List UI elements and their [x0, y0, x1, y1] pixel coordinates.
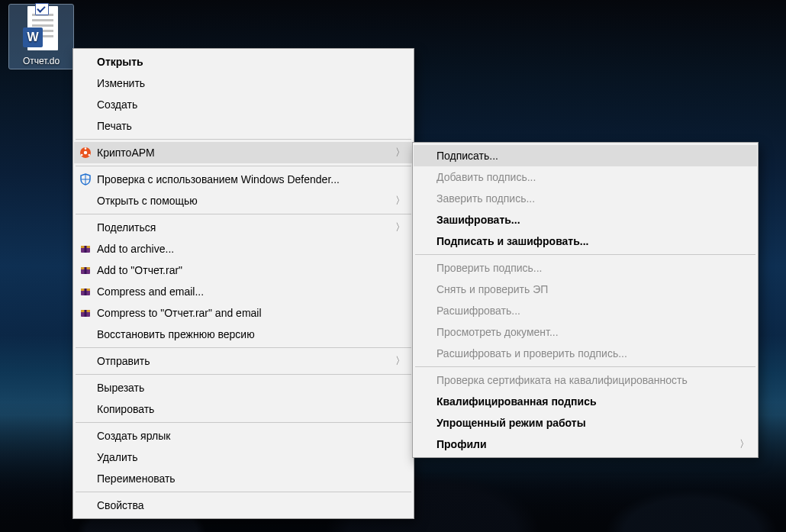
submenu-remove-verify[interactable]: Снять и проверить ЭП: [414, 279, 757, 300]
menu-print[interactable]: Печать: [74, 115, 413, 137]
submenu-view-doc[interactable]: Просмотреть документ...: [414, 321, 757, 343]
svg-point-1: [84, 151, 87, 154]
menu-cut-label: Вырезать: [97, 382, 396, 394]
chevron-right-icon: 〉: [395, 221, 405, 234]
word-document-icon: W: [23, 6, 60, 52]
menu-separator: [76, 166, 411, 166]
submenu-profiles[interactable]: Профили 〉: [414, 434, 757, 455]
submenu-decrypt[interactable]: Расшифровать...: [414, 300, 757, 321]
submenu-add-sign[interactable]: Добавить подпись...: [414, 166, 757, 188]
winrar-icon: [74, 264, 97, 276]
menu-create-shortcut-label: Создать ярлык: [97, 430, 396, 442]
menu-separator: [415, 254, 755, 255]
winrar-icon: [74, 307, 97, 319]
menu-open-with[interactable]: Открыть с помощью 〉: [74, 190, 413, 211]
submenu-qualified-sign[interactable]: Квалифицированная подпись: [414, 391, 757, 412]
menu-separator: [415, 366, 755, 367]
context-menu: Открыть Изменить Создать Печать КриптоАР…: [72, 48, 414, 519]
cryptoarm-submenu: Подписать... Добавить подпись... Заверит…: [412, 142, 759, 458]
menu-delete-label: Удалить: [97, 451, 396, 463]
menu-rename[interactable]: Переименовать: [74, 468, 413, 489]
submenu-sign[interactable]: Подписать...: [414, 145, 757, 166]
menu-add-archive-label: Add to archive...: [97, 243, 396, 255]
cryptoarm-icon: [74, 147, 97, 159]
menu-restore-prev-label: Восстановить прежнюю версию: [97, 328, 396, 340]
menu-copy[interactable]: Копировать: [74, 398, 413, 420]
menu-share-label: Поделиться: [97, 221, 396, 234]
svg-rect-16: [85, 310, 87, 317]
menu-edit-label: Изменить: [97, 77, 396, 89]
menu-edit[interactable]: Изменить: [74, 73, 413, 94]
submenu-sign-encrypt-label: Подписать и зашифровать...: [436, 235, 740, 247]
menu-compress-email[interactable]: Compress and email...: [74, 281, 413, 302]
menu-create[interactable]: Создать: [74, 94, 413, 115]
submenu-cert-check-label: Проверка сертификата на кавалифицированн…: [436, 374, 740, 386]
menu-add-rar[interactable]: Add to "Отчет.rar": [74, 260, 413, 281]
menu-open[interactable]: Открыть: [74, 51, 413, 73]
menu-delete[interactable]: Удалить: [74, 447, 413, 468]
menu-separator: [76, 422, 411, 423]
menu-share[interactable]: Поделиться 〉: [74, 217, 413, 238]
svg-point-4: [89, 154, 91, 156]
submenu-remove-verify-label: Снять и проверить ЭП: [436, 283, 740, 295]
menu-create-label: Создать: [97, 98, 396, 111]
submenu-verify-sign[interactable]: Проверить подпись...: [414, 257, 757, 279]
menu-create-shortcut[interactable]: Создать ярлык: [74, 425, 413, 447]
submenu-sign-encrypt[interactable]: Подписать и зашифровать...: [414, 231, 757, 252]
menu-properties-label: Свойства: [97, 499, 396, 511]
submenu-verify-sign-label: Проверить подпись...: [436, 262, 740, 274]
menu-add-rar-label: Add to "Отчет.rar": [97, 264, 396, 276]
menu-restore-prev[interactable]: Восстановить прежнюю версию: [74, 324, 413, 345]
submenu-add-sign-label: Добавить подпись...: [436, 171, 740, 183]
menu-cut[interactable]: Вырезать: [74, 377, 413, 398]
submenu-profiles-label: Профили: [436, 438, 740, 450]
svg-rect-13: [85, 289, 87, 295]
menu-compress-rar-email[interactable]: Compress to "Отчет.rar" and email: [74, 302, 413, 324]
submenu-decrypt-label: Расшифровать...: [436, 305, 740, 317]
submenu-simple-mode[interactable]: Упрощенный режим работы: [414, 412, 757, 434]
menu-separator: [76, 492, 411, 492]
svg-point-3: [81, 154, 83, 156]
svg-rect-10: [85, 267, 87, 274]
menu-send-to[interactable]: Отправить 〉: [74, 350, 413, 372]
menu-open-label: Открыть: [97, 56, 396, 68]
defender-shield-icon: [74, 173, 97, 185]
svg-rect-7: [85, 246, 87, 253]
winrar-icon: [74, 243, 97, 255]
menu-compress-email-label: Compress and email...: [97, 285, 396, 298]
menu-send-to-label: Отправить: [97, 355, 396, 367]
chevron-right-icon: 〉: [739, 437, 749, 451]
svg-point-2: [85, 147, 87, 150]
submenu-simple-mode-label: Упрощенный режим работы: [436, 417, 740, 429]
submenu-certify-sign[interactable]: Заверить подпись...: [414, 188, 757, 209]
menu-separator: [76, 214, 411, 214]
desktop-file-label: Отчет.do: [11, 55, 72, 67]
menu-open-with-label: Открыть с помощью: [97, 195, 396, 207]
chevron-right-icon: 〉: [395, 194, 405, 208]
submenu-qualified-sign-label: Квалифицированная подпись: [436, 395, 740, 408]
submenu-decrypt-verify-label: Расшифровать и проверить подпись...: [436, 347, 740, 360]
menu-rename-label: Переименовать: [97, 472, 396, 485]
submenu-certify-sign-label: Заверить подпись...: [436, 192, 740, 205]
submenu-encrypt-label: Зашифровать...: [436, 214, 740, 226]
menu-separator: [76, 139, 411, 140]
menu-copy-label: Копировать: [97, 403, 396, 415]
menu-properties[interactable]: Свойства: [74, 495, 413, 516]
menu-add-archive[interactable]: Add to archive...: [74, 238, 413, 260]
submenu-sign-label: Подписать...: [436, 150, 740, 162]
menu-separator: [76, 374, 411, 375]
menu-cryptoarm-label: КриптоАРМ: [97, 147, 396, 159]
submenu-view-doc-label: Просмотреть документ...: [436, 326, 740, 338]
menu-compress-rar-email-label: Compress to "Отчет.rar" and email: [97, 307, 396, 319]
menu-defender-label: Проверка с использованием Windows Defend…: [97, 173, 396, 185]
submenu-decrypt-verify[interactable]: Расшифровать и проверить подпись...: [414, 343, 757, 364]
submenu-cert-check[interactable]: Проверка сертификата на кавалифицированн…: [414, 369, 757, 391]
menu-defender[interactable]: Проверка с использованием Windows Defend…: [74, 169, 413, 190]
desktop-file-icon[interactable]: W Отчет.do: [9, 5, 73, 69]
menu-print-label: Печать: [97, 120, 396, 132]
menu-cryptoarm[interactable]: КриптоАРМ 〉: [74, 142, 413, 163]
chevron-right-icon: 〉: [395, 354, 405, 368]
winrar-icon: [74, 285, 97, 298]
submenu-encrypt[interactable]: Зашифровать...: [414, 209, 757, 231]
chevron-right-icon: 〉: [395, 146, 405, 160]
